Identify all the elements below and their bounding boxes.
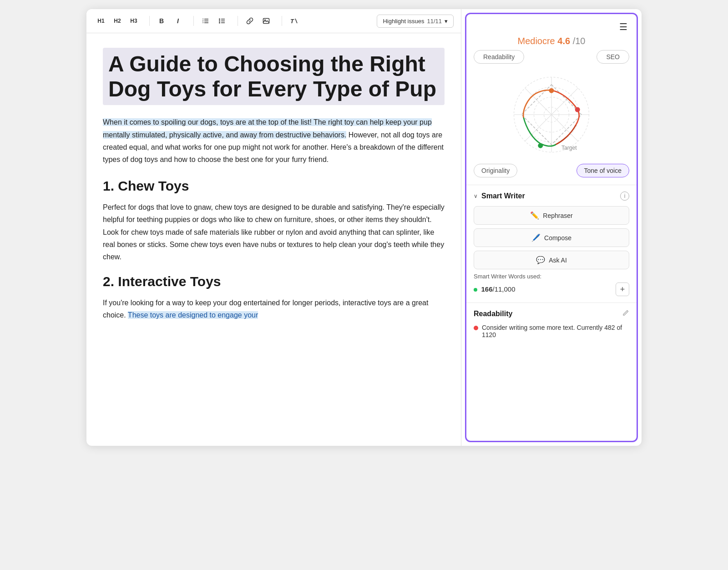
section1-text: Perfect for dogs that love to gnaw, chew… — [103, 201, 445, 263]
words-used-section: Smart Writer Words used: 166/11,000 + — [474, 273, 629, 296]
svg-text:3: 3 — [202, 21, 204, 24]
info-icon[interactable]: i — [620, 192, 629, 201]
italic-button[interactable]: I — [171, 14, 185, 28]
compose-label: Compose — [544, 234, 571, 242]
words-used-row: 166/11,000 + — [474, 282, 629, 296]
rephraser-icon: ✏️ — [530, 211, 539, 220]
readability-section: Readability Consider writing some more t… — [466, 303, 637, 345]
insert-buttons-group — [243, 14, 273, 28]
heading-buttons-group: H1 H2 H3 — [94, 14, 141, 28]
smart-writer-section: ∨ Smart Writer i ✏️ Rephraser 🖊️ Compose… — [466, 185, 637, 303]
pencil-icon — [622, 309, 629, 317]
editor-panel: H1 H2 H3 B I 123 — [86, 9, 461, 446]
clear-format-button[interactable]: T — [287, 14, 301, 28]
score-section: Mediocre 4.6 /10 Readability SEO — [466, 34, 637, 185]
divider-3 — [238, 16, 238, 26]
section1-heading: 1. Chew Toys — [103, 178, 445, 194]
h2-button[interactable]: H2 — [110, 14, 125, 28]
intro-highlight-text: When it comes to spoiling our dogs, toys… — [103, 118, 432, 138]
compose-icon: 🖊️ — [531, 233, 541, 242]
app-container: H1 H2 H3 B I 123 — [86, 9, 642, 446]
right-panel-header: ☰ — [466, 14, 637, 34]
unordered-list-button[interactable] — [215, 14, 229, 28]
dropdown-chevron-icon: ▾ — [445, 18, 448, 25]
smart-writer-title-row: ∨ Smart Writer — [474, 192, 525, 200]
divider-1 — [149, 16, 150, 26]
smart-writer-title: Smart Writer — [481, 192, 525, 200]
divider-4 — [282, 16, 282, 26]
list-buttons-group: 123 — [198, 14, 229, 28]
green-dot-icon — [474, 288, 477, 292]
tab-tone-of-voice[interactable]: Tone of voice — [576, 164, 630, 177]
tab-originality[interactable]: Originality — [474, 164, 517, 177]
words-used-label: Smart Writer Words used: — [474, 273, 629, 280]
section2-text: If you're looking for a way to keep your… — [103, 297, 445, 321]
words-used-count-display: 166/11,000 — [474, 285, 516, 293]
h1-button[interactable]: H1 — [94, 14, 108, 28]
ask-ai-label: Ask AI — [549, 257, 567, 264]
highlight-issues-button[interactable]: Highlight issues 11/11 ▾ — [377, 15, 454, 28]
bold-button[interactable]: B — [154, 14, 169, 28]
tab-readability[interactable]: Readability — [474, 50, 524, 64]
readability-section-title: Readability — [474, 310, 512, 318]
current-words: 166 — [481, 285, 492, 293]
rephraser-label: Rephraser — [543, 212, 572, 219]
svg-text:T: T — [290, 18, 294, 25]
svg-line-15 — [295, 19, 297, 23]
h3-button[interactable]: H3 — [126, 14, 141, 28]
toolbar: H1 H2 H3 B I 123 — [86, 9, 461, 33]
title-block: A Guide to Choosing the Right Dog Toys f… — [103, 48, 445, 105]
ask-ai-button[interactable]: 💬 Ask AI — [474, 251, 629, 269]
compose-button[interactable]: 🖊️ Compose — [474, 228, 629, 247]
score-mediocre-label: Mediocre — [517, 36, 555, 46]
readability-edit-button[interactable] — [622, 309, 629, 318]
hamburger-icon: ☰ — [619, 22, 627, 32]
svg-point-27 — [538, 143, 543, 148]
intro-paragraph: When it comes to spoiling our dogs, toys… — [103, 116, 445, 166]
editor-content: A Guide to Choosing the Right Dog Toys f… — [86, 33, 461, 446]
bottom-tabs-row: Originality Tone of voice — [474, 164, 629, 177]
readability-header: Readability — [474, 309, 629, 318]
right-panel: ☰ Mediocre 4.6 /10 Readability SEO — [465, 13, 638, 442]
issue-count: 11/11 — [427, 18, 442, 25]
max-words: 11,000 — [495, 285, 516, 293]
section2-text-highlight: These toys are designed to engage your — [128, 311, 258, 319]
top-tabs-row: Readability SEO — [474, 50, 629, 64]
ask-ai-icon: 💬 — [536, 256, 545, 264]
image-button[interactable] — [259, 14, 273, 28]
readability-item-text: Consider writing some more text. Current… — [482, 324, 629, 338]
svg-point-6 — [219, 19, 220, 20]
svg-point-26 — [575, 107, 580, 112]
link-button[interactable] — [243, 14, 257, 28]
svg-point-25 — [549, 88, 554, 93]
collapse-icon[interactable]: ∨ — [474, 193, 478, 199]
add-words-button[interactable]: + — [616, 282, 629, 296]
ordered-list-button[interactable]: 123 — [198, 14, 213, 28]
document-title: A Guide to Choosing the Right Dog Toys f… — [108, 51, 436, 102]
rephraser-button[interactable]: ✏️ Rephraser — [474, 206, 629, 225]
highlight-issues-label: Highlight issues — [383, 18, 424, 25]
divider-2 — [193, 16, 194, 26]
section2-heading: 2. Interactive Toys — [103, 274, 445, 289]
score-max: /10 — [573, 36, 586, 46]
menu-icon-button[interactable]: ☰ — [617, 20, 629, 34]
score-display: Mediocre 4.6 /10 — [517, 36, 585, 46]
svg-point-7 — [219, 20, 220, 22]
format-buttons-group: B I — [154, 14, 185, 28]
words-count-text: 166/11,000 — [481, 285, 515, 293]
svg-point-8 — [219, 22, 220, 24]
readability-item: Consider writing some more text. Current… — [474, 324, 629, 338]
tab-seo[interactable]: SEO — [597, 50, 629, 64]
radar-chart: Target — [501, 69, 602, 160]
smart-writer-header: ∨ Smart Writer i — [474, 192, 629, 201]
red-dot-icon — [474, 326, 478, 330]
svg-text:Target: Target — [561, 145, 577, 151]
score-number: 4.6 — [557, 36, 570, 46]
